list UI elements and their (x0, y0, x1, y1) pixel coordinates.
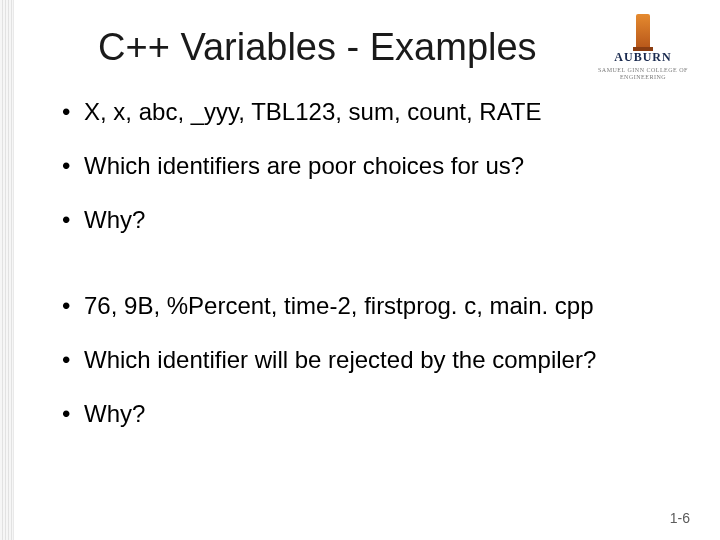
list-item: Why? (60, 399, 670, 453)
list-item: Which identifier will be rejected by the… (60, 345, 670, 399)
tower-icon (636, 14, 650, 48)
slide: AUBURN SAMUEL GINN COLLEGE OF ENGINEERIN… (0, 0, 720, 540)
list-item: 76, 9B, %Percent, time-2, firstprog. c, … (60, 291, 670, 345)
auburn-logo: AUBURN SAMUEL GINN COLLEGE OF ENGINEERIN… (588, 14, 698, 80)
binding-lines (2, 0, 12, 540)
list-item: X, x, abc, _yyy, TBL123, sum, count, RAT… (60, 97, 670, 151)
list-item: Why? (60, 205, 670, 291)
logo-wordmark: AUBURN (588, 50, 698, 65)
binding-edge (0, 0, 14, 540)
list-item: Which identifiers are poor choices for u… (60, 151, 670, 205)
page-number: 1-6 (670, 510, 690, 526)
bullet-list: X, x, abc, _yyy, TBL123, sum, count, RAT… (60, 97, 670, 453)
logo-subtext: SAMUEL GINN COLLEGE OF ENGINEERING (588, 67, 698, 80)
